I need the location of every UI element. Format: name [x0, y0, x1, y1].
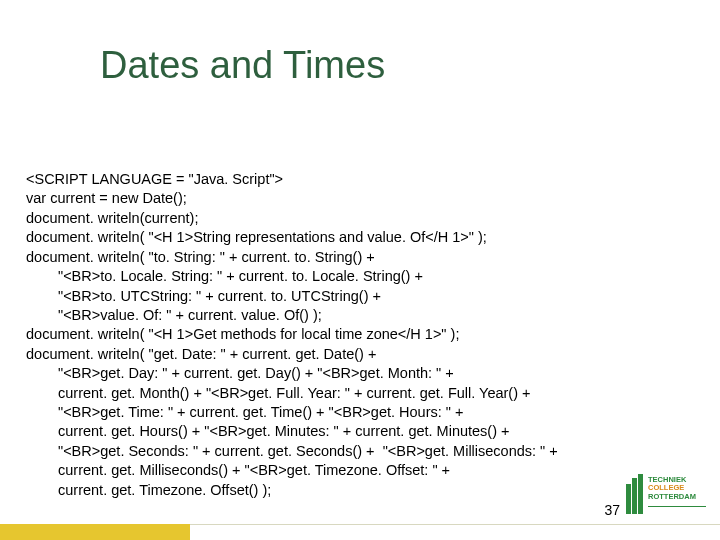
- slide: Dates and Times <SCRIPT LANGUAGE = "Java…: [0, 0, 720, 540]
- code-line: "<BR>get. Day: " + current. get. Day() +…: [26, 364, 694, 383]
- logo: TECHNIEK COLLEGE ROTTERDAM: [626, 468, 710, 520]
- code-line: "<BR>to. UTCString: " + current. to. UTC…: [26, 287, 694, 306]
- code-line: current. get. Month() + "<BR>get. Full. …: [26, 384, 694, 403]
- page-number: 37: [604, 502, 620, 518]
- code-line: document. writeln( "<H 1>Get methods for…: [26, 325, 694, 344]
- code-line: "<BR>value. Of: " + current. value. Of()…: [26, 306, 694, 325]
- logo-line-3: ROTTERDAM: [648, 493, 696, 501]
- code-line: current. get. Timezone. Offset() );: [26, 481, 694, 500]
- logo-bars-icon: [626, 474, 644, 514]
- code-line: "<BR>get. Seconds: " + current. get. Sec…: [26, 442, 694, 461]
- code-line: current. get. Hours() + "<BR>get. Minute…: [26, 422, 694, 441]
- code-line: var current = new Date();: [26, 189, 694, 208]
- code-line: document. writeln( "to. String: " + curr…: [26, 248, 694, 267]
- code-line: current. get. Milliseconds() + "<BR>get.…: [26, 461, 694, 480]
- code-line: document. writeln( "<H 1>String represen…: [26, 228, 694, 247]
- logo-text: TECHNIEK COLLEGE ROTTERDAM: [648, 476, 696, 501]
- slide-title: Dates and Times: [100, 44, 385, 87]
- logo-underline: [648, 506, 706, 507]
- code-line: "<BR>to. Locale. String: " + current. to…: [26, 267, 694, 286]
- footer-accent-bar: [0, 524, 190, 540]
- code-block: <SCRIPT LANGUAGE = "Java. Script"> var c…: [26, 170, 694, 500]
- code-line: document. writeln(current);: [26, 209, 694, 228]
- code-line: document. writeln( "get. Date: " + curre…: [26, 345, 694, 364]
- code-line: "<BR>get. Time: " + current. get. Time()…: [26, 403, 694, 422]
- code-line: <SCRIPT LANGUAGE = "Java. Script">: [26, 170, 694, 189]
